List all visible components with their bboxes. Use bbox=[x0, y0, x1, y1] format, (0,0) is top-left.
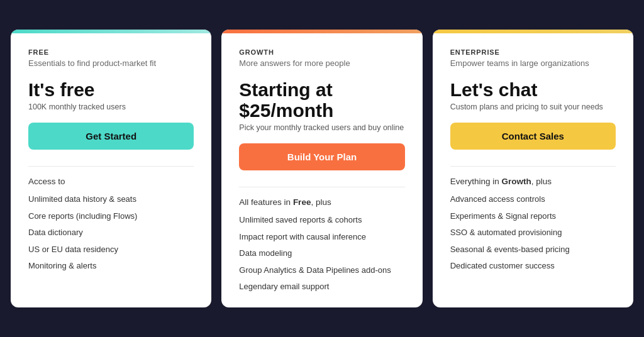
growth-divider bbox=[239, 187, 404, 187]
growth-features-header: All features in Free, plus bbox=[239, 197, 404, 207]
growth-cta-button[interactable]: Build Your Plan bbox=[239, 143, 404, 170]
list-item: Seasonal & events-based pricing bbox=[450, 244, 616, 255]
free-features-header: Access to bbox=[28, 177, 194, 186]
list-item: SSO & automated provisioning bbox=[450, 227, 616, 238]
pricing-card-enterprise: ENTERPRISEEmpower teams in large organiz… bbox=[433, 30, 633, 307]
list-item: Advanced access controls bbox=[450, 194, 616, 205]
enterprise-price-sub: Custom plans and pricing to suit your ne… bbox=[450, 102, 616, 111]
enterprise-features-header: Everything in Growth, plus bbox=[450, 177, 616, 186]
growth-features-list: Unlimited saved reports & cohortsImpact … bbox=[239, 214, 404, 292]
pricing-card-free: FREEEssentials to find product-market fi… bbox=[11, 30, 211, 307]
enterprise-plan-price: Let's chat bbox=[450, 79, 616, 100]
enterprise-plan-tagline: Empower teams in large organizations bbox=[450, 58, 616, 68]
list-item: Data modeling bbox=[239, 248, 404, 259]
enterprise-plan-name: ENTERPRISE bbox=[450, 48, 616, 56]
list-item: Group Analytics & Data Pipelines add-ons bbox=[239, 265, 404, 276]
list-item: Impact report with causal inference bbox=[239, 231, 404, 243]
growth-plan-tagline: More answers for more people bbox=[239, 58, 404, 68]
list-item: Monitoring & alerts bbox=[28, 260, 194, 272]
enterprise-cta-button[interactable]: Contact Sales bbox=[450, 123, 616, 150]
list-item: US or EU data residency bbox=[28, 244, 194, 255]
free-plan-price: It's free bbox=[28, 79, 194, 100]
list-item: Experiments & Signal reports bbox=[450, 211, 616, 222]
list-item: Dedicated customer success bbox=[450, 260, 616, 272]
free-plan-tagline: Essentials to find product-market fit bbox=[28, 58, 194, 68]
list-item: Unlimited data history & seats bbox=[28, 194, 194, 205]
pricing-card-growth: GROWTHMore answers for more peopleStarti… bbox=[221, 30, 422, 307]
free-price-sub: 100K monthly tracked users bbox=[28, 102, 194, 111]
growth-plan-name: GROWTH bbox=[239, 48, 404, 56]
free-card-body: FREEEssentials to find product-market fi… bbox=[11, 33, 211, 287]
enterprise-card-body: ENTERPRISEEmpower teams in large organiz… bbox=[433, 33, 633, 287]
list-item: Unlimited saved reports & cohorts bbox=[239, 214, 404, 226]
enterprise-features-list: Advanced access controlsExperiments & Si… bbox=[450, 194, 616, 272]
free-features-list: Unlimited data history & seatsCore repor… bbox=[28, 194, 194, 272]
free-cta-button[interactable]: Get Started bbox=[28, 123, 194, 150]
list-item: Data dictionary bbox=[28, 227, 194, 238]
growth-price-sub: Pick your monthly tracked users and buy … bbox=[239, 123, 404, 132]
free-divider bbox=[28, 166, 194, 167]
list-item: Legendary email support bbox=[239, 281, 404, 292]
enterprise-divider bbox=[450, 166, 616, 167]
list-item: Core reports (including Flows) bbox=[28, 211, 194, 222]
free-plan-name: FREE bbox=[28, 48, 194, 56]
growth-card-body: GROWTHMore answers for more peopleStarti… bbox=[221, 33, 422, 307]
pricing-container: FREEEssentials to find product-market fi… bbox=[11, 30, 633, 307]
growth-plan-price: Starting at $25/month bbox=[239, 79, 404, 121]
